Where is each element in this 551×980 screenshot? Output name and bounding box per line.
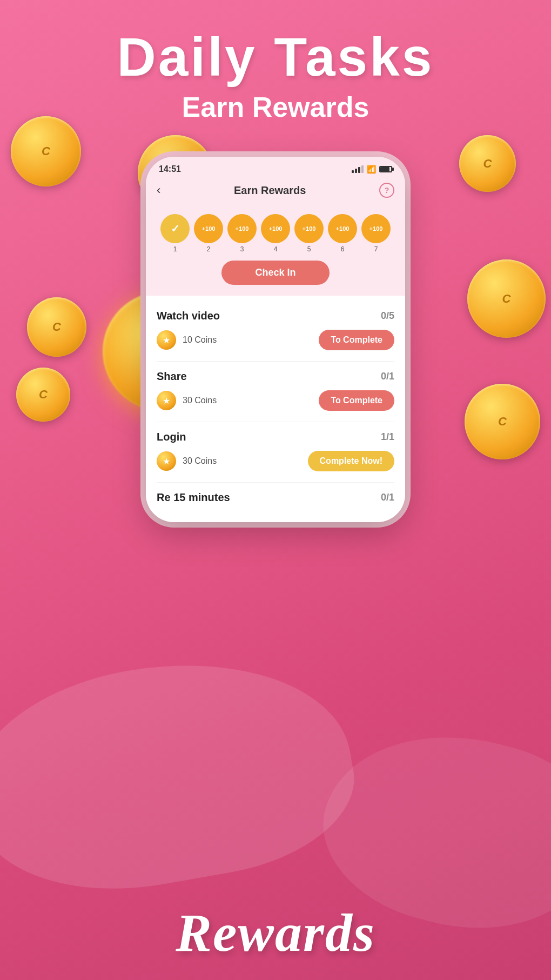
status-bar: 14:51 📶 (146, 157, 405, 178)
task-login-name: Login (157, 431, 186, 443)
task-login-progress: 1/1 (381, 431, 394, 443)
task-share-name: Share (157, 370, 187, 383)
bg-wave (0, 635, 367, 914)
status-time: 14:51 (159, 164, 181, 174)
day-6-circle[interactable]: +100 (328, 214, 357, 243)
coin-float-1: C (11, 116, 81, 186)
day-1-icon: ✓ (171, 222, 180, 235)
day-5-label: 5 (307, 245, 311, 253)
day-1-circle[interactable]: ✓ (160, 214, 190, 243)
day-4-circle[interactable]: +100 (261, 214, 290, 243)
task-watch-video-progress: 0/5 (381, 310, 394, 322)
main-title: Daily Tasks (0, 27, 551, 86)
checkin-button[interactable]: Check In (221, 261, 330, 285)
day-3-label: 3 (240, 245, 244, 253)
checkin-section: ✓ 1 +100 2 +100 3 (146, 206, 405, 296)
day-3-wrapper: +100 3 (227, 214, 257, 253)
title-section: Daily Tasks Earn Rewards (0, 0, 551, 123)
day-7-value: +100 (369, 225, 383, 232)
task-watch-video-row: ★ 10 Coins To Complete (157, 330, 394, 350)
task-read-progress: 0/1 (381, 492, 394, 503)
day-5-circle[interactable]: +100 (294, 214, 324, 243)
task-share-progress: 0/1 (381, 371, 394, 382)
day-6-wrapper: +100 6 (328, 214, 357, 253)
day-4-value: +100 (269, 225, 283, 232)
task-login-coin-icon: ★ (157, 451, 176, 471)
day-5-wrapper: +100 5 (294, 214, 324, 253)
task-share-coins: 30 Coins (183, 396, 312, 405)
day-1-label: 1 (173, 245, 177, 253)
day-2-label: 2 (207, 245, 211, 253)
day-4-wrapper: +100 4 (261, 214, 290, 253)
task-login-button[interactable]: Complete Now! (308, 451, 394, 471)
task-watch-video-coin-icon: ★ (157, 330, 176, 350)
coin-float-3: C (16, 368, 70, 422)
day-6-label: 6 (341, 245, 345, 253)
day-3-circle[interactable]: +100 (227, 214, 257, 243)
task-share-button[interactable]: To Complete (319, 390, 394, 411)
header-title: Earn Rewards (234, 184, 306, 197)
coin-float-5: C (459, 135, 516, 192)
day-2-circle[interactable]: +100 (194, 214, 223, 243)
wifi-icon: 📶 (367, 165, 376, 174)
day-7-circle[interactable]: +100 (361, 214, 391, 243)
task-login: Login 1/1 ★ 30 Coins Complete Now! (157, 422, 394, 483)
subtitle: Earn Rewards (0, 91, 551, 123)
phone-container: 14:51 📶 ‹ Earn Rewards ? (146, 157, 405, 522)
status-icons: 📶 (352, 165, 392, 174)
checkin-days: ✓ 1 +100 2 +100 3 (157, 214, 394, 253)
rewards-text: Rewards (0, 902, 551, 964)
task-watch-video: Watch video 0/5 ★ 10 Coins To Complete (157, 301, 394, 362)
day-4-label: 4 (274, 245, 278, 253)
tasks-list: Watch video 0/5 ★ 10 Coins To Complete S… (146, 296, 405, 522)
day-3-value: +100 (236, 225, 249, 232)
coin-float-6: C (467, 259, 546, 338)
day-2-wrapper: +100 2 (194, 214, 223, 253)
day-2-value: +100 (202, 225, 216, 232)
coin-float-2: C (27, 297, 86, 357)
phone-mockup: 14:51 📶 ‹ Earn Rewards ? (146, 157, 405, 522)
battery-icon (379, 166, 392, 172)
task-share-row: ★ 30 Coins To Complete (157, 390, 394, 411)
task-share-coin-icon: ★ (157, 391, 176, 410)
coin-float-7: C (465, 384, 540, 459)
day-1-wrapper: ✓ 1 (160, 214, 190, 253)
app-header: ‹ Earn Rewards ? (146, 178, 405, 206)
day-7-label: 7 (374, 245, 378, 253)
task-read: Re 15 minutes 0/1 (157, 483, 394, 522)
day-7-wrapper: +100 7 (361, 214, 391, 253)
back-button[interactable]: ‹ (157, 183, 160, 197)
task-login-row: ★ 30 Coins Complete Now! (157, 451, 394, 471)
task-watch-video-name: Watch video (157, 310, 220, 322)
signal-icon (352, 165, 364, 173)
task-login-header: Login 1/1 (157, 431, 394, 443)
task-login-coins: 30 Coins (183, 456, 301, 466)
bottom-rewards: Rewards (0, 902, 551, 964)
task-share: Share 0/1 ★ 30 Coins To Complete (157, 362, 394, 422)
task-watch-video-coins: 10 Coins (183, 335, 312, 345)
task-watch-video-button[interactable]: To Complete (319, 330, 394, 350)
day-6-value: +100 (336, 225, 350, 232)
task-read-header: Re 15 minutes 0/1 (157, 491, 394, 504)
task-watch-video-header: Watch video 0/5 (157, 310, 394, 322)
task-read-name: Re 15 minutes (157, 491, 230, 504)
help-button[interactable]: ? (379, 183, 394, 198)
task-share-header: Share 0/1 (157, 370, 394, 383)
day-5-value: +100 (303, 225, 316, 232)
